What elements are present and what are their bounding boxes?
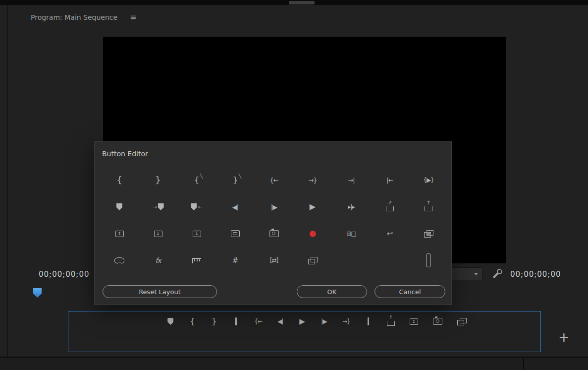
spacer-button[interactable] [409, 247, 448, 274]
multi-camera-view-icon: ⊞□ [346, 231, 356, 237]
step-back-button[interactable]: ◀| [216, 193, 255, 220]
go-to-next-marker-button[interactable]: → [139, 193, 177, 220]
tray-add-marker-button[interactable] [167, 318, 174, 325]
extract-button[interactable]: ↥ [100, 220, 139, 247]
ok-button[interactable]: OK [297, 285, 367, 298]
play-in-to-out-button[interactable]: {▶} [409, 167, 448, 193]
go-to-in-button[interactable]: {← [255, 167, 293, 193]
film-ruler-button[interactable] [177, 247, 216, 274]
current-timecode[interactable]: 00;00;00;00 [39, 271, 90, 278]
lift-icon: ↑ [425, 206, 432, 211]
mark-in-icon: { [190, 317, 195, 325]
clear-in-button[interactable]: {╲ [177, 167, 216, 193]
panel-menu-icon[interactable]: ≡ [130, 12, 136, 22]
transparency-grid-button[interactable]: # [216, 247, 255, 274]
go-to-previous-edit-icon: |← [386, 177, 393, 184]
go-to-in-icon: {← [269, 177, 278, 184]
add-marker-icon [167, 318, 173, 325]
spacer-icon [426, 253, 431, 267]
transparency-grid-icon: # [232, 257, 239, 264]
go-to-out-icon: →} [308, 177, 317, 184]
lift-icon: ↑ [387, 321, 395, 326]
reset-layout-button[interactable]: Reset Layout [103, 285, 217, 298]
export-frame-icon [269, 230, 279, 237]
add-marker-button[interactable] [100, 193, 139, 220]
step-back-icon: ◀| [232, 204, 238, 210]
overwrite-button[interactable]: ↧ [177, 220, 216, 247]
multi-camera-record-icon [308, 257, 318, 264]
tray-play-stop-toggle-button[interactable]: ▶ [299, 318, 306, 325]
go-to-next-edit-button[interactable]: →| [332, 167, 371, 193]
button-editor-dialog: Button Editor {}{╲}╲{←→}→||←{▶}→←◀||▶▶▸|… [94, 141, 452, 305]
loop-button[interactable]: ↩ [371, 220, 409, 247]
mark-out-button[interactable]: } [139, 167, 177, 193]
play-stop-toggle-button[interactable]: ▶ [293, 193, 332, 220]
comparison-view-button[interactable]: [⇄] [255, 247, 293, 274]
panel-title: Program: Main Sequence [31, 13, 117, 21]
go-to-previous-marker-icon: ← [191, 203, 202, 210]
program-monitor-panel: Program: Main Sequence ≡ 00;00;00;00 00;… [8, 5, 588, 357]
tray-mark-in-button[interactable]: { [189, 317, 196, 325]
safe-margins-button[interactable] [216, 220, 255, 247]
left-panel-edge [0, 5, 8, 357]
play-in-to-out-icon: {▶} [423, 177, 434, 183]
go-to-next-marker-icon: → [152, 203, 163, 210]
step-forward-icon: |▶ [321, 318, 326, 324]
marker-flag-icon [167, 318, 173, 325]
button-tray-row: {}{←◀|▶|▶→}↑↥ [68, 311, 540, 326]
tray-separator[interactable] [232, 317, 239, 325]
go-to-out-button[interactable]: →} [293, 167, 332, 193]
step-back-icon: ◀| [277, 318, 283, 324]
record-button[interactable] [293, 220, 332, 247]
tray-export-frame-button[interactable] [433, 318, 442, 325]
mark-in-icon: { [116, 176, 122, 185]
marker-flag-icon [191, 203, 197, 210]
multi-camera-view-button[interactable]: ⊞□ [332, 220, 371, 247]
marker-flag-icon [116, 203, 122, 210]
mark-out-icon: } [155, 176, 160, 185]
toggle-vr-display-icon [114, 257, 124, 264]
total-timecode: 00;00;00;00 [510, 271, 561, 278]
tray-go-to-out-button[interactable]: →} [342, 318, 350, 324]
mark-in-button[interactable]: { [100, 167, 139, 193]
export-frame-button[interactable] [255, 220, 293, 247]
cancel-button[interactable]: Cancel [374, 285, 445, 298]
record-icon [310, 231, 316, 237]
toggle-proxies-icon: ⇄ [424, 230, 433, 238]
button-editor-grid: {}{╲}╲{←→}→||←{▶}→←◀||▶▶▸|▸↗↑↥↓↧⊞□↩⇄fx#[… [100, 167, 448, 274]
lift-button[interactable]: ↑ [409, 193, 448, 220]
go-to-out-icon: →} [342, 318, 350, 324]
play-around-button[interactable]: ▸|▸ [332, 193, 371, 220]
top-edge-strip [0, 0, 588, 5]
tray-toggle-proxies-button[interactable] [457, 318, 467, 325]
go-to-previous-edit-button[interactable]: |← [371, 167, 409, 193]
tray-step-forward-button[interactable]: |▶ [321, 318, 327, 324]
add-track-button[interactable]: + [558, 330, 570, 344]
global-fx-mute-button[interactable]: fx [139, 247, 177, 274]
clear-in-icon: {╲ [194, 176, 199, 184]
clear-out-button[interactable]: }╲ [216, 167, 255, 193]
play-stop-toggle-icon: ▶ [299, 318, 305, 325]
go-to-previous-marker-button[interactable]: ← [177, 193, 216, 220]
tray-extract-button[interactable]: ↥ [410, 318, 418, 325]
button-tray-dropzone[interactable]: {}{←◀|▶|▶→}↑↥ [68, 311, 541, 352]
toggle-vr-display-button[interactable] [100, 247, 139, 274]
step-forward-button[interactable]: |▶ [255, 193, 293, 220]
settings-wrench-button[interactable] [492, 268, 503, 279]
tray-lift-button[interactable]: ↑ [387, 317, 395, 326]
tray-step-back-button[interactable]: ◀| [277, 318, 284, 324]
tray-separator[interactable] [365, 317, 372, 325]
tray-mark-out-button[interactable]: } [211, 317, 217, 325]
toggle-proxies-button[interactable]: ⇄ [409, 220, 448, 247]
timeline-marker-icon[interactable] [33, 288, 42, 298]
export-button[interactable]: ↗ [371, 193, 409, 220]
clear-out-icon: }╲ [233, 176, 238, 184]
export-icon: ↗ [386, 206, 394, 211]
separator-icon [368, 317, 369, 325]
loop-icon: ↩ [387, 230, 393, 238]
insert-button[interactable]: ↓ [139, 220, 177, 247]
film-ruler-icon [192, 258, 201, 263]
tray-go-to-in-button[interactable]: {← [254, 318, 262, 324]
multi-camera-record-button[interactable] [293, 247, 332, 274]
scrollbar-thumb[interactable] [289, 1, 315, 4]
